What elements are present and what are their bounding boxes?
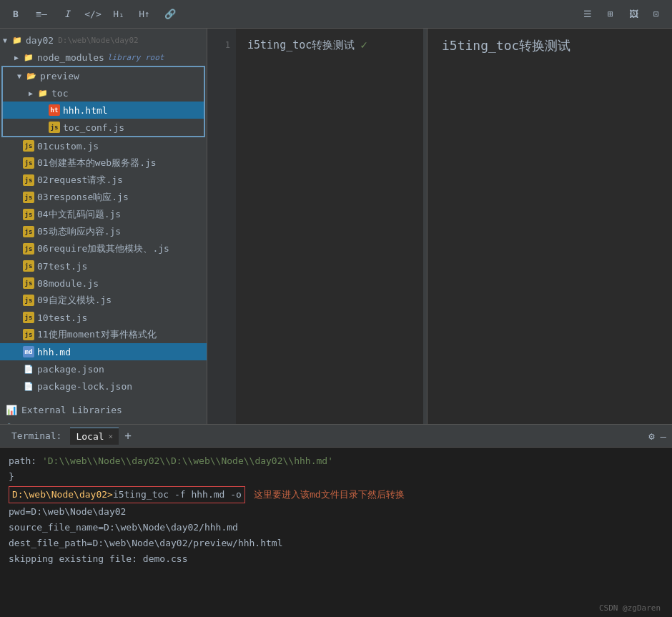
terminal-area: Terminal: Local × + ⚙ — path: 'D:\\web\\…: [0, 424, 672, 617]
tree-08module[interactable]: js 08module.js: [0, 275, 207, 292]
terminal-output-2: source_file_name=D:\web\Node\day02/hhh.m…: [9, 520, 663, 535]
root-path: D:\web\Node\day02: [58, 36, 139, 45]
sidebar: ▼ 📁 day02 D:\web\Node\day02 ▶ 📁 node_mod…: [0, 29, 207, 424]
tree-hhh-html[interactable]: ht hhh.html: [3, 102, 204, 119]
tree-02request[interactable]: js 02request请求.js: [0, 172, 207, 189]
terminal-line-1-key: path:: [9, 455, 42, 466]
preview-arrow: ▼: [17, 72, 26, 80]
preview-selection-box: ▼ 📂 preview ▶ 📁 toc: [1, 66, 205, 137]
package-lock-label: package-lock.json: [37, 381, 132, 392]
external-libraries-item[interactable]: 📊 External Libraries: [0, 400, 207, 419]
editor-row-1: i5ting_toc转换测试 ✓: [247, 37, 412, 53]
tree-hhh-md[interactable]: md hhh.md: [0, 343, 207, 360]
terminal-tab-local[interactable]: Local ×: [70, 428, 119, 445]
tree-09custom[interactable]: js 09自定义模块.js: [0, 292, 207, 309]
code-icon[interactable]: </>: [83, 4, 103, 24]
hhh-html-icon: ht: [49, 104, 60, 116]
terminal-output-1: pwd=D:\web\Node\day02: [9, 505, 663, 520]
preview-label: preview: [40, 71, 79, 82]
editor-area: 1 i5ting_toc转换测试 ✓ i5ting_toc转换测试: [207, 29, 672, 424]
09custom-icon: js: [23, 295, 34, 306]
08module-label: 08module.js: [37, 278, 99, 289]
01custom-label: 01custom.js: [37, 141, 99, 152]
node-modules-arrow: ▶: [14, 54, 23, 61]
05dynamic-icon: js: [23, 226, 34, 237]
03response-label: 03response响应.js: [37, 191, 129, 204]
add-terminal-button[interactable]: +: [122, 429, 134, 443]
toc-conf-label: toc_conf.js: [63, 122, 124, 133]
preview-folder-icon: 📂: [26, 70, 37, 82]
terminal-prompt-path: D:\web\Node\day02>: [12, 488, 113, 503]
07test-icon: js: [23, 260, 34, 272]
terminal-line-1-value: 'D:\\web\\Node\\day02\\D:\\web\\Node\\da…: [42, 455, 333, 466]
editor-content: 1 i5ting_toc转换测试 ✓ i5ting_toc转换测试: [207, 29, 672, 424]
11moment-label: 11使用moment对事件格式化: [37, 328, 157, 341]
settings-icon[interactable]: ⚙: [648, 430, 654, 442]
check-icon: ✓: [360, 37, 367, 53]
bold-icon[interactable]: B: [6, 4, 26, 24]
h-up-icon[interactable]: H↑: [134, 4, 154, 24]
tree-toc[interactable]: ▶ 📁 toc: [3, 84, 204, 102]
04charset-label: 04中文乱码问题.js: [37, 208, 121, 221]
11moment-icon: js: [23, 329, 34, 340]
minimize-icon[interactable]: —: [661, 430, 666, 442]
command-box: D:\web\Node\day02> i5ting_toc -f hhh.md …: [9, 486, 245, 504]
italic-icon[interactable]: I: [57, 4, 77, 24]
package-json-label: package.json: [37, 364, 104, 375]
tree-07test[interactable]: js 07test.js: [0, 257, 207, 275]
root-label: day02: [26, 35, 54, 46]
menu-list-icon[interactable]: ☰: [578, 4, 598, 24]
tree-01create[interactable]: js 01创建基本的web服务器.js: [0, 154, 207, 172]
terminal-output-3: dest_file_path=D:\web\Node\day02/preview…: [9, 536, 663, 551]
tree-06require[interactable]: js 06require加载其他模块、.js: [0, 240, 207, 257]
tree-10test[interactable]: js 10test.js: [0, 309, 207, 326]
h1-icon[interactable]: H₁: [109, 4, 129, 24]
preview-pane: i5ting_toc转换测试: [427, 29, 672, 424]
watermark: CSDN @zgDaren: [0, 602, 666, 614]
07test-label: 07test.js: [37, 261, 87, 272]
06require-icon: js: [23, 243, 34, 255]
02request-label: 02request请求.js: [37, 174, 123, 187]
external-libraries-label: External Libraries: [21, 405, 122, 415]
toc-arrow: ▶: [29, 89, 37, 97]
tree-03response[interactable]: js 03response响应.js: [0, 189, 207, 206]
panel-icon[interactable]: ⊡: [646, 4, 666, 24]
tree-node-modules[interactable]: ▶ 📁 node_modules library root: [0, 49, 207, 66]
tree-11moment[interactable]: js 11使用moment对事件格式化: [0, 326, 207, 343]
04charset-icon: js: [23, 209, 34, 220]
tree-package-json[interactable]: 📄 package.json: [0, 360, 207, 377]
tab-close-icon[interactable]: ×: [109, 432, 114, 441]
editor-lines[interactable]: i5ting_toc转换测试 ✓: [236, 29, 423, 424]
preview-heading: i5ting_toc转换测试: [442, 37, 658, 54]
tree-root[interactable]: ▼ 📁 day02 D:\web\Node\day02: [0, 31, 207, 49]
link-icon[interactable]: 🔗: [160, 4, 180, 24]
toc-folder-icon: 📁: [37, 87, 49, 99]
tab-local-text: Local: [76, 431, 104, 442]
terminal-command-line: D:\web\Node\day02> i5ting_toc -f hhh.md …: [9, 486, 663, 504]
terminal-output-4: skipping existing file: demo.css: [9, 552, 663, 567]
node-modules-label: node_modules: [37, 52, 104, 63]
10test-icon: js: [23, 312, 34, 323]
terminal-command-text: i5ting_toc -f hhh.md -o: [113, 488, 242, 503]
06require-label: 06require加载其他模块、.js: [37, 242, 169, 255]
external-libraries-icon: 📊: [6, 405, 17, 415]
package-json-icon: 📄: [23, 363, 34, 375]
image-icon[interactable]: 🖼: [623, 4, 643, 24]
tree-05dynamic[interactable]: js 05动态响应内容.js: [0, 223, 207, 240]
tree-04charset[interactable]: js 04中文乱码问题.js: [0, 206, 207, 223]
tree-preview[interactable]: ▼ 📂 preview: [3, 67, 204, 84]
tree-package-lock[interactable]: 📄 package-lock.json: [0, 377, 207, 395]
01create-icon: js: [23, 157, 34, 169]
02request-icon: js: [23, 174, 34, 186]
tree-01custom[interactable]: js 01custom.js: [0, 137, 207, 154]
tree-toc-conf[interactable]: js toc_conf.js: [3, 119, 204, 136]
terminal-line-2: }: [9, 470, 663, 485]
terminal-line-1: path: 'D:\\web\\Node\\day02\\D:\\web\\No…: [9, 454, 663, 469]
package-lock-icon: 📄: [23, 380, 34, 392]
scratches-consoles-item[interactable]: 🔧 Scratches and Consoles: [0, 419, 207, 424]
grid-icon[interactable]: ⊞: [601, 4, 621, 24]
strikethrough-icon[interactable]: ≡̶: [31, 4, 51, 24]
hhh-md-label: hhh.md: [37, 347, 71, 357]
01custom-icon: js: [23, 140, 34, 152]
editor-line-1-text: i5ting_toc转换测试: [247, 37, 355, 53]
